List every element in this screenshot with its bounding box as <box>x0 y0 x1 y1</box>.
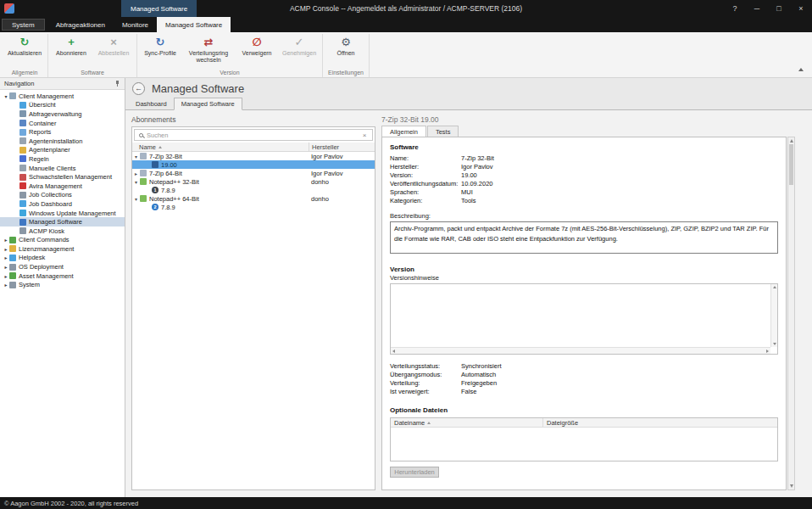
tab-tests[interactable]: Tests <box>427 126 459 137</box>
nav-item-asset-management[interactable]: ▸ Asset Management <box>0 271 125 281</box>
ribbon-tab-bar: SystemAbfrageaktionenMonitoreManaged Sof… <box>0 17 812 32</box>
tab-managed-software[interactable]: Managed Software <box>174 98 242 110</box>
subscription-row-notepad-64bit[interactable]: ▾ Notepad++ 64-Bit donho <box>132 194 375 203</box>
scrollbar-thumb[interactable] <box>789 144 793 185</box>
field-row: Ist verweigert: False <box>390 388 778 396</box>
nav-item-helpdesk[interactable]: ▸ Helpdesk <box>0 254 125 263</box>
expander-icon: ▸ <box>3 264 9 270</box>
detail-panel: 7-Zip 32-Bit 19.00 AllgemeinTests Softwa… <box>381 115 795 490</box>
minimize-icon[interactable]: ─ <box>746 0 768 17</box>
description-box[interactable]: Archiv-Programm, packt und entpackt Arch… <box>390 221 778 254</box>
subscription-version-789-64[interactable]: 2 7.8.9 <box>132 203 375 211</box>
search-input[interactable] <box>147 131 359 139</box>
field-row: Version: 19.00 <box>390 171 778 180</box>
subscriptions-title: Abonnements <box>131 115 375 126</box>
oeffnen-button[interactable]: ⚙ Öffnen <box>325 34 367 68</box>
optional-files-table: Dateiname Dateigröße <box>390 417 778 461</box>
expander-icon: ▾ <box>132 196 140 202</box>
abonnieren-button[interactable]: + Abonnieren <box>50 34 92 68</box>
column-header-dateigroesse[interactable]: Dateigröße <box>543 419 777 427</box>
detail-tabs: AllgemeinTests <box>381 126 459 137</box>
version-badge-2-icon: 2 <box>152 204 159 210</box>
detail-scrollbar[interactable] <box>787 137 795 490</box>
optional-files-body <box>391 428 777 461</box>
back-button[interactable]: ← <box>132 82 145 95</box>
collapse-ribbon-button[interactable] <box>795 64 807 75</box>
nav-item-agentenplaner[interactable]: Agentenplaner <box>0 146 125 155</box>
nav-item-uebersicht[interactable]: Übersicht <box>0 101 125 110</box>
nav-item-client-commands[interactable]: ▸ Client Commands <box>0 236 125 245</box>
expander-icon: ▸ <box>3 237 9 243</box>
verteilungsring-wechseln-button[interactable]: ⇄ Verteilungsring wechseln <box>181 34 236 68</box>
nav-item-job-collections[interactable]: Job Collections <box>0 191 125 200</box>
expander-icon: ▸ <box>3 255 9 260</box>
nav-item-container[interactable]: Container <box>0 119 125 128</box>
field-row: Hersteller: Igor Pavlov <box>390 163 778 171</box>
version-notes-box[interactable] <box>390 283 778 355</box>
herunterladen-button: Herunterladen <box>390 467 439 478</box>
field-row: Übergangsmodus: Automatisch <box>390 371 778 379</box>
subscription-row-7zip-32bit[interactable]: ▾ 7-Zip 32-Bit Igor Pavlov <box>132 152 375 160</box>
nav-item-job-dashboard[interactable]: Job Dashboard <box>0 199 125 209</box>
ribbon-tab-system[interactable]: System <box>2 19 45 31</box>
document-tabs: DashboardManaged Software <box>125 98 812 110</box>
tab-dashboard[interactable]: Dashboard <box>129 98 174 109</box>
column-header-name[interactable]: Name <box>132 143 309 151</box>
column-header-hersteller[interactable]: Hersteller <box>309 143 375 151</box>
nav-item-system[interactable]: ▸ System <box>0 280 125 289</box>
maximize-icon[interactable]: □ <box>768 0 790 17</box>
job-collections-icon <box>19 192 26 199</box>
agent-installation-icon <box>19 137 26 144</box>
expander-icon: ▾ <box>132 154 140 159</box>
scroll-up-icon <box>773 286 776 288</box>
nav-item-lizenzmanagement[interactable]: ▸ Lizenzmanagement <box>0 244 125 254</box>
ribbon-tab-monitore[interactable]: Monitore <box>114 17 157 32</box>
nav-item-acmp-kiosk[interactable]: ACMP Kiosk <box>0 227 125 236</box>
pin-icon[interactable] <box>114 81 120 87</box>
detail-title: 7-Zip 32-Bit 19.00 <box>381 115 795 126</box>
nav-item-managed-software[interactable]: Managed Software <box>0 217 125 227</box>
expander-icon: ▾ <box>132 179 140 185</box>
nav-item-manuelle-clients[interactable]: Manuelle Clients <box>0 164 125 173</box>
subscription-version-789-32[interactable]: 1 7.8.9 <box>132 186 375 194</box>
notes-horizontal-scrollbar[interactable] <box>391 347 770 354</box>
nav-item-client-management[interactable]: ▾ Client Management <box>0 92 125 101</box>
software-fields: Name: 7-Zip 32-Bit Hersteller: Igor Pavl… <box>390 154 778 205</box>
ribbon-tab-abfrageaktionen[interactable]: Abfrageaktionen <box>47 17 114 32</box>
expander-icon: ▸ <box>132 171 140 176</box>
subscription-row-notepad-32bit[interactable]: ▾ Notepad++ 32-Bit donho <box>132 177 375 186</box>
nav-item-agenteninstallation[interactable]: Agenteninstallation <box>0 137 125 146</box>
subscription-version-19-00[interactable]: 19.00 <box>132 160 375 169</box>
client-commands-icon <box>9 237 16 243</box>
clear-search-icon[interactable]: × <box>359 131 370 139</box>
verweigern-button[interactable]: ∅ Verweigern <box>236 34 278 68</box>
nav-item-schwachstellen-management[interactable]: Schwachstellen Management <box>0 172 125 182</box>
window-title: ACMP Console -- Angemeldet als Administr… <box>290 4 522 13</box>
navigation-title: Navigation <box>4 80 34 87</box>
subscribe-plus-icon: + <box>68 36 75 49</box>
field-row: Sprachen: MUI <box>390 188 778 197</box>
nav-item-windows-update-management[interactable]: Windows Update Management <box>0 209 125 218</box>
close-icon[interactable]: × <box>790 0 812 17</box>
titlebar-tab-managed-software[interactable]: Managed Software <box>121 0 197 17</box>
nav-item-abfrageverwaltung[interactable]: Abfrageverwaltung <box>0 109 125 119</box>
tab-allgemein[interactable]: Allgemein <box>381 126 426 137</box>
genehmigen-button: ✓ Genehmigen <box>278 34 320 68</box>
notes-vertical-scrollbar[interactable] <box>770 284 777 347</box>
nav-item-avira-management[interactable]: Avira Management <box>0 182 125 191</box>
nav-item-os-deployment[interactable]: ▸ OS Deployment <box>0 262 125 271</box>
sync-profile-button[interactable]: ↻ Sync-Profile <box>139 34 181 68</box>
abbestellen-button: × Abbestellen <box>92 34 135 68</box>
nav-item-regeln[interactable]: Regeln <box>0 154 125 164</box>
subscription-row-7zip-64bit[interactable]: ▸ 7-Zip 64-Bit Igor Pavlov <box>132 169 375 177</box>
ribbon-tab-managed-software[interactable]: Managed Software <box>157 17 231 32</box>
nav-item-reports[interactable]: Reports <box>0 127 125 137</box>
help-icon[interactable]: ? <box>724 0 746 17</box>
aktualisieren-button[interactable]: ↻ Aktualisieren <box>3 34 46 68</box>
search-icon <box>139 133 143 137</box>
column-header-dateiname[interactable]: Dateiname <box>391 418 543 427</box>
field-row: Name: 7-Zip 32-Bit <box>390 154 778 163</box>
ribbon-group-label: Software <box>50 68 135 77</box>
scroll-down-icon <box>790 484 793 488</box>
optional-files-title: Optionale Dateien <box>390 406 778 414</box>
